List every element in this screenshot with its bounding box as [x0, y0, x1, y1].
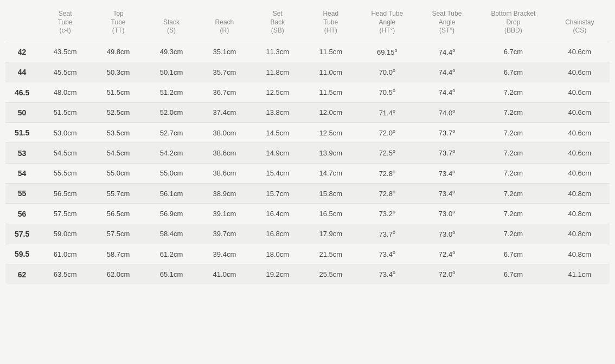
- data-cell: 12.0cm: [304, 102, 357, 122]
- table-row: 5455.5cm55.0cm55.0cm38.6cm15.4cm14.7cm72…: [5, 163, 610, 183]
- data-cell: 59.0cm: [39, 224, 92, 244]
- data-cell: 38.9cm: [198, 184, 251, 204]
- data-cell: 53.5cm: [92, 123, 145, 143]
- data-cell: 16.8cm: [251, 224, 304, 244]
- data-cell: 16.5cm: [304, 204, 357, 224]
- data-cell: 7.2cm: [477, 82, 550, 102]
- data-cell: 12.5cm: [304, 123, 357, 143]
- table-header: SeatTube(c-t)TopTube(TT)Stack(S)Reach(R)…: [5, 5, 610, 42]
- data-cell: 16.4cm: [251, 204, 304, 224]
- data-cell: 18.0cm: [251, 244, 304, 264]
- data-cell: 41.0cm: [198, 264, 251, 284]
- data-cell: 72.5o: [357, 143, 417, 163]
- data-cell: 74.4o: [417, 62, 477, 82]
- data-cell: 39.7cm: [198, 224, 251, 244]
- data-cell: 38.6cm: [198, 143, 251, 163]
- data-cell: 73.7o: [357, 224, 417, 244]
- size-cell: 44: [5, 62, 39, 82]
- data-cell: 50.1cm: [145, 62, 198, 82]
- data-cell: 70.0o: [357, 62, 417, 82]
- geometry-table: SeatTube(c-t)TopTube(TT)Stack(S)Reach(R)…: [5, 5, 610, 284]
- table-row: 46.548.0cm51.5cm51.2cm36.7cm12.5cm11.5cm…: [5, 82, 610, 102]
- column-header-stack: Stack(S): [145, 5, 198, 42]
- data-cell: 6.7cm: [477, 42, 550, 62]
- data-cell: 56.5cm: [39, 184, 92, 204]
- data-cell: 35.1cm: [198, 42, 251, 62]
- data-cell: 48.0cm: [39, 82, 92, 102]
- column-header-head-tube: HeadTube(HT): [304, 5, 357, 42]
- data-cell: 55.0cm: [145, 163, 198, 183]
- data-cell: 52.5cm: [92, 102, 145, 122]
- data-cell: 56.5cm: [92, 204, 145, 224]
- data-cell: 14.9cm: [251, 143, 304, 163]
- data-cell: 38.6cm: [198, 163, 251, 183]
- data-cell: 45.5cm: [39, 62, 92, 82]
- size-cell: 42: [5, 42, 39, 62]
- data-cell: 55.5cm: [39, 163, 92, 183]
- size-cell: 55: [5, 184, 39, 204]
- data-cell: 40.6cm: [550, 62, 610, 82]
- table-row: 5657.5cm56.5cm56.9cm39.1cm16.4cm16.5cm73…: [5, 204, 610, 224]
- table-row: 5051.5cm52.5cm52.0cm37.4cm13.8cm12.0cm71…: [5, 102, 610, 122]
- data-cell: 39.1cm: [198, 204, 251, 224]
- data-cell: 65.1cm: [145, 264, 198, 284]
- data-cell: 37.4cm: [198, 102, 251, 122]
- table-row: 5354.5cm54.5cm54.2cm38.6cm14.9cm13.9cm72…: [5, 143, 610, 163]
- column-header-chainstay: Chainstay(CS): [550, 5, 610, 42]
- size-cell: 54: [5, 163, 39, 183]
- data-cell: 52.0cm: [145, 102, 198, 122]
- data-cell: 73.4o: [417, 163, 477, 183]
- data-cell: 51.2cm: [145, 82, 198, 102]
- data-cell: 57.5cm: [39, 204, 92, 224]
- data-cell: 40.8cm: [550, 204, 610, 224]
- data-cell: 43.5cm: [39, 42, 92, 62]
- data-cell: 7.2cm: [477, 143, 550, 163]
- data-cell: 61.2cm: [145, 244, 198, 264]
- data-cell: 73.0o: [417, 204, 477, 224]
- data-cell: 40.6cm: [550, 42, 610, 62]
- table-row: 6263.5cm62.0cm65.1cm41.0cm19.2cm25.5cm73…: [5, 264, 610, 284]
- data-cell: 40.8cm: [550, 224, 610, 244]
- data-cell: 73.4o: [357, 244, 417, 264]
- data-cell: 11.0cm: [304, 62, 357, 82]
- data-cell: 13.9cm: [304, 143, 357, 163]
- column-header-reach: Reach(R): [198, 5, 251, 42]
- data-cell: 58.4cm: [145, 224, 198, 244]
- data-cell: 55.0cm: [92, 163, 145, 183]
- table-body: 4243.5cm49.8cm49.3cm35.1cm11.3cm11.5cm69…: [5, 42, 610, 284]
- data-cell: 39.4cm: [198, 244, 251, 264]
- data-cell: 7.2cm: [477, 224, 550, 244]
- column-header-seat-tube: SeatTube(c-t): [39, 5, 92, 42]
- table-row: 4445.5cm50.3cm50.1cm35.7cm11.8cm11.0cm70…: [5, 62, 610, 82]
- column-header-size: [5, 5, 39, 42]
- data-cell: 11.3cm: [251, 42, 304, 62]
- data-cell: 54.5cm: [39, 143, 92, 163]
- table-row: 59.561.0cm58.7cm61.2cm39.4cm18.0cm21.5cm…: [5, 244, 610, 264]
- geometry-table-wrapper: SeatTube(c-t)TopTube(TT)Stack(S)Reach(R)…: [5, 5, 610, 284]
- data-cell: 40.6cm: [550, 102, 610, 122]
- data-cell: 54.5cm: [92, 143, 145, 163]
- data-cell: 36.7cm: [198, 82, 251, 102]
- size-cell: 56: [5, 204, 39, 224]
- data-cell: 38.0cm: [198, 123, 251, 143]
- data-cell: 73.7o: [417, 143, 477, 163]
- column-header-bottom-bracket-drop: Bottom BracketDrop(BBD): [477, 5, 550, 42]
- data-cell: 7.2cm: [477, 102, 550, 122]
- data-cell: 72.8o: [357, 184, 417, 204]
- data-cell: 73.0o: [417, 224, 477, 244]
- size-cell: 62: [5, 264, 39, 284]
- data-cell: 6.7cm: [477, 264, 550, 284]
- data-cell: 15.8cm: [304, 184, 357, 204]
- column-header-top-tube: TopTube(TT): [92, 5, 145, 42]
- data-cell: 56.9cm: [145, 204, 198, 224]
- data-cell: 7.2cm: [477, 184, 550, 204]
- data-cell: 40.6cm: [550, 123, 610, 143]
- data-cell: 21.5cm: [304, 244, 357, 264]
- size-cell: 53: [5, 143, 39, 163]
- column-header-set-back: SetBack(SB): [251, 5, 304, 42]
- data-cell: 12.5cm: [251, 82, 304, 102]
- data-cell: 70.5o: [357, 82, 417, 102]
- data-cell: 74.4o: [417, 82, 477, 102]
- table-row: 51.553.0cm53.5cm52.7cm38.0cm14.5cm12.5cm…: [5, 123, 610, 143]
- data-cell: 62.0cm: [92, 264, 145, 284]
